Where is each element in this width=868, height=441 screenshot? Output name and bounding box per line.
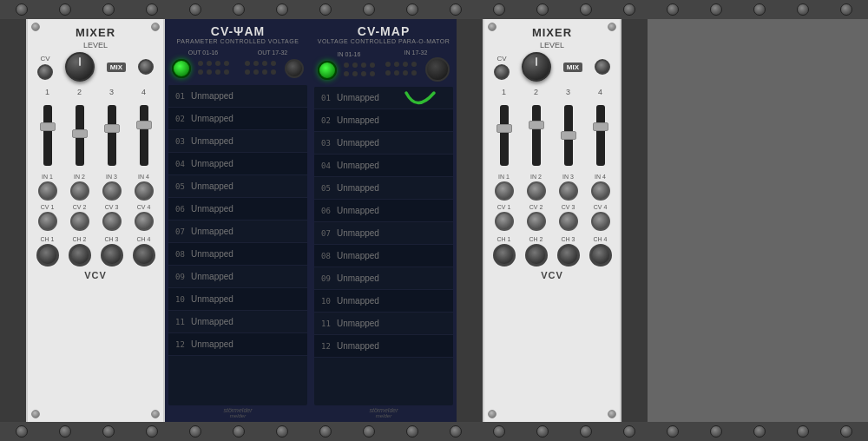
right-ch3: 3 [556,88,581,96]
left-in4-port[interactable] [135,181,154,201]
left-in2-port[interactable] [70,181,89,201]
cv-map-list-item[interactable]: 12 Unmapped [314,335,453,358]
left-in3-port[interactable] [102,181,122,201]
left-ch3-label: CH 3 [105,236,119,242]
cv-pam-list-item[interactable]: 12 Unmapped [168,333,307,356]
right-ch4-port[interactable] [589,244,612,267]
cv-map-list-item[interactable]: 06 Unmapped [314,200,453,222]
cv-map-in-01-16-label: IN 01-16 [338,51,361,57]
cv-pam-list-item[interactable]: 02 Unmapped [168,108,307,130]
left-cv4-label: CV 4 [137,204,151,210]
cv-map-item-num: 01 [321,94,337,102]
left-cv1-port[interactable] [38,212,57,231]
left-cv-port[interactable] [37,64,53,80]
rail-screw [233,425,245,438]
left-cv4-port[interactable] [135,212,154,231]
right-in4-port[interactable] [591,181,610,201]
cv-pam-list-item[interactable]: 01 Unmapped [168,85,307,108]
left-ch4-port[interactable] [133,244,155,267]
rail-screw [59,425,71,438]
right-ch1-port[interactable] [493,244,516,267]
modules-row: MIXER LEVEL CV MIX 1 2 3 4 [0,0,868,441]
left-brand-label: VCV [84,270,107,280]
cv-map-list-item[interactable]: 04 Unmapped [314,155,453,177]
right-in2-port[interactable] [527,181,546,201]
cv-map-item-label: Unmapped [337,161,379,170]
cv-map-item-num: 08 [321,252,337,260]
cv-map-list-item[interactable]: 01 Unmapped [314,87,453,109]
right-mix-port[interactable] [595,59,610,75]
cv-map-in-dark-port[interactable] [425,57,450,82]
cv-pam-dots [194,57,234,80]
cv-pam-dots2 [241,57,281,80]
cv-pam-out-dark-port[interactable] [285,59,304,78]
cv-pam-list-item[interactable]: 07 Unmapped [168,220,307,243]
cv-map-in-17-32-group: IN 17-32 [382,49,450,82]
right-cv4-port[interactable] [591,212,610,231]
left-cv2-port[interactable] [70,212,89,231]
cv-map-list-item[interactable]: 11 Unmapped [314,313,453,335]
cv-pam-list-item[interactable]: 03 Unmapped [168,130,307,153]
cv-pam-item-num: 06 [175,205,191,214]
cv-map-list-item[interactable]: 03 Unmapped [314,132,453,155]
left-fader-4[interactable] [140,105,148,166]
cv-pam-list-item[interactable]: 09 Unmapped [168,266,307,288]
cv-map-list-item[interactable]: 07 Unmapped [314,222,453,245]
rail-screw [319,425,332,438]
cv-map-list-item[interactable]: 09 Unmapped [314,267,453,290]
right-cv-port[interactable] [494,64,510,80]
cv-pam-list-item[interactable]: 11 Unmapped [168,311,307,333]
cv-map-in-green-port[interactable] [318,61,337,80]
cv-pam-list-item[interactable]: 04 Unmapped [168,153,307,175]
right-cv4-label: CV 4 [594,204,608,210]
cv-map-list-item[interactable]: 10 Unmapped [314,290,453,313]
cv-pam-out-green-port[interactable] [172,59,191,78]
right-end-spacer [621,19,648,422]
left-ch2-port[interactable] [69,244,91,267]
left-mix-port[interactable] [138,59,154,75]
rail-screw [623,425,635,438]
right-fader-4[interactable] [596,105,605,166]
left-ch3-port[interactable] [101,244,123,267]
cv-map-title: CV-MAP [358,24,410,38]
cv-map-item-label: Unmapped [337,341,379,351]
rail-screw [233,3,245,16]
right-fader-2[interactable] [532,105,541,166]
cv-map-item-label: Unmapped [337,296,379,306]
right-cv1-port[interactable] [495,212,514,231]
left-cv3-port[interactable] [102,212,122,231]
left-level-knob[interactable] [65,52,95,82]
cv-pam-list-item[interactable]: 05 Unmapped [168,175,307,198]
left-fader-3[interactable] [108,105,116,166]
left-ch1-port[interactable] [36,244,59,267]
rail-screw [146,425,158,438]
cv-pam-list-item[interactable]: 08 Unmapped [168,243,307,266]
right-cv3-port[interactable] [559,212,578,231]
right-in1-port[interactable] [495,181,514,201]
cv-map-item-num: 02 [321,116,337,125]
right-ch2-port[interactable] [525,244,548,267]
right-cv2-port[interactable] [527,212,546,231]
rail-screw [189,3,201,16]
left-fader-1[interactable] [43,105,52,166]
left-ch-row: CH 1 CH 2 CH 3 CH 4 [31,236,160,267]
left-in1-port[interactable] [38,181,57,201]
right-level-knob[interactable] [522,52,551,82]
cv-map-list-item[interactable]: 02 Unmapped [314,109,453,132]
cv-pam-list-item[interactable]: 06 Unmapped [168,198,307,220]
cv-pam-item-num: 01 [175,92,191,101]
cv-map-item-label: Unmapped [337,319,379,328]
cv-map-list-item[interactable]: 08 Unmapped [314,245,453,267]
cv-map-item-num: 09 [321,274,337,283]
right-fader-3[interactable] [564,105,573,166]
left-fader-2[interactable] [76,105,84,166]
left-in2-label: IN 2 [74,174,85,180]
cv-pam-item-label: Unmapped [191,317,233,326]
cv-map-list-item[interactable]: 05 Unmapped [314,177,453,200]
right-mixer-title: MIXER [532,26,572,39]
right-ch3-port[interactable] [557,244,580,267]
right-in3-port[interactable] [559,181,578,201]
corner-screw [608,410,616,418]
cv-pam-list-item[interactable]: 10 Unmapped [168,288,307,311]
right-fader-1[interactable] [500,105,509,166]
